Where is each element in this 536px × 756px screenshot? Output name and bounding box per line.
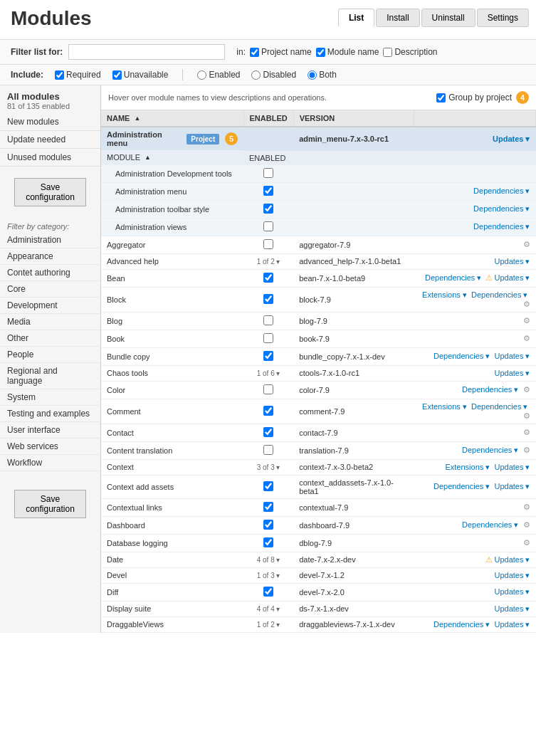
sidebar-item-update-needed[interactable]: Update needed [0,131,100,149]
module-enabled[interactable]: 4 of 4 ▾ [243,601,293,616]
module-actions[interactable]: Dependencies ▾ ⚠Updates ▾ [414,269,536,287]
filter-description[interactable]: Description [383,47,437,57]
inner-module-enabled-1[interactable] [243,182,293,200]
filter-input[interactable] [68,44,225,60]
module-enabled[interactable] [243,516,293,534]
include-enabled-radio[interactable] [197,70,206,80]
inner-module-enabled-2[interactable] [243,200,293,218]
module-actions[interactable]: Updates ▾ [414,583,536,601]
inner-module-actions-2[interactable]: Dependencies ▾ [293,200,535,218]
module-actions[interactable]: Dependencies ▾ Updates ▾ [414,616,536,632]
module-actions[interactable]: Extensions ▾ Dependencies ▾ ⚙ [414,287,536,312]
include-required-check[interactable] [55,70,64,80]
inner-module-actions-3[interactable]: Dependencies ▾ [293,218,535,236]
module-enabled[interactable] [243,236,293,253]
module-enabled[interactable] [243,287,293,312]
module-actions[interactable]: ⚙ [414,312,536,330]
module-actions[interactable]: Dependencies ▾ Updates ▾ [414,347,536,365]
tab-uninstall[interactable]: Uninstall [421,9,475,27]
module-actions[interactable]: ⚙ [414,330,536,347]
sidebar-category-other[interactable]: Other [0,330,100,347]
sidebar-category-web-services[interactable]: Web services [0,439,100,455]
group-by-project-check[interactable] [436,93,446,103]
module-enabled[interactable] [243,312,293,330]
module-actions[interactable]: ⚙ [414,236,536,253]
inner-module-name-1: Administration menu [101,182,243,200]
sidebar-category-people[interactable]: People [0,347,100,363]
module-enabled[interactable] [243,424,293,441]
module-actions[interactable]: Extensions ▾ Updates ▾ [414,459,536,475]
module-enabled[interactable] [243,441,293,459]
table-row: Contact contact-7.9 ⚙ [101,424,536,441]
include-disabled-radio[interactable] [251,70,261,80]
filter-module-name-check[interactable] [316,48,325,57]
module-enabled[interactable]: 1 of 3 ▾ [243,567,293,583]
sidebar-category-workflow[interactable]: Workflow [0,455,100,471]
include-both[interactable]: Both [308,70,337,80]
inner-module-enabled-3[interactable] [243,218,293,236]
filter-module-name[interactable]: Module name [316,47,379,57]
module-actions[interactable]: ⚠Updates ▾ [414,552,536,567]
group-by-project[interactable]: Group by project [436,93,512,103]
sidebar-category-administration[interactable]: Administration [0,232,100,248]
module-enabled[interactable] [243,498,293,516]
module-actions[interactable]: Dependencies ▾ Updates ▾ [414,475,536,498]
module-actions[interactable]: ⚙ [414,534,536,552]
tab-list[interactable]: List [338,9,374,27]
module-enabled[interactable]: 4 of 8 ▾ [243,552,293,567]
sidebar-category-content-authoring[interactable]: Contet authoring [0,265,100,281]
filter-project-name-check[interactable] [250,48,259,57]
module-actions[interactable]: Updates ▾ [414,365,536,381]
filter-project-name[interactable]: Project name [250,47,312,57]
sidebar-category-regional-language[interactable]: Regional and language [0,363,100,389]
sidebar-category-development[interactable]: Development [0,298,100,314]
module-actions[interactable]: Updates ▾ [414,253,536,269]
module-actions[interactable]: ⚙ [414,424,536,441]
tab-settings[interactable]: Settings [477,9,529,27]
group-row-action[interactable]: Updates ▾ [414,127,536,151]
module-enabled[interactable] [243,381,293,399]
module-enabled[interactable]: 1 of 6 ▾ [243,365,293,381]
save-config-button-bottom[interactable]: Save configuration [14,490,86,518]
module-enabled[interactable]: 1 of 2 ▾ [243,253,293,269]
include-unavailable[interactable]: Unavailable [112,70,169,80]
module-enabled[interactable] [243,583,293,601]
sidebar-category-testing-examples[interactable]: Testing and examples [0,406,100,422]
module-enabled[interactable] [243,475,293,498]
sidebar-all-modules[interactable]: All modules 81 of 135 enabled [0,85,100,113]
tab-install[interactable]: Install [376,9,419,27]
project-badge[interactable]: Project [186,134,219,145]
sidebar-item-new-modules[interactable]: New modules [0,113,100,131]
sidebar-category-media[interactable]: Media [0,314,100,330]
filter-description-check[interactable] [383,48,392,57]
module-actions[interactable]: Dependencies ▾ ⚙ [414,441,536,459]
save-config-button-top[interactable]: Save configuration [14,178,86,206]
module-enabled[interactable]: 3 of 3 ▾ [243,459,293,475]
table-row: Book book-7.9 ⚙ [101,330,536,347]
include-disabled[interactable]: Disabled [251,70,296,80]
module-enabled[interactable] [243,399,293,424]
module-enabled[interactable]: 1 of 2 ▾ [243,616,293,632]
sidebar-item-unused-modules[interactable]: Unused modules [0,149,100,167]
module-actions[interactable]: Extensions ▾ Dependencies ▾ ⚙ [414,399,536,424]
include-enabled[interactable]: Enabled [197,70,240,80]
include-unavailable-check[interactable] [112,70,122,80]
sidebar-category-system[interactable]: System [0,389,100,406]
sidebar-category-appearance[interactable]: Appearance [0,248,100,265]
module-enabled[interactable] [243,534,293,552]
module-actions[interactable]: Dependencies ▾ ⚙ [414,516,536,534]
sidebar-category-user-interface[interactable]: User interface [0,422,100,439]
inner-module-actions-1[interactable]: Dependencies ▾ [293,182,535,200]
module-enabled[interactable] [243,347,293,365]
module-name: Advanced help [101,253,243,269]
module-actions[interactable]: Dependencies ▾ ⚙ [414,381,536,399]
sidebar-category-core[interactable]: Core [0,281,100,298]
inner-module-enabled-0[interactable] [243,164,293,182]
include-required[interactable]: Required [55,70,101,80]
module-actions[interactable]: Updates ▾ [414,601,536,616]
module-actions[interactable]: ⚙ [414,498,536,516]
module-enabled[interactable] [243,330,293,347]
module-actions[interactable]: Updates ▾ [414,567,536,583]
module-enabled[interactable] [243,269,293,287]
include-both-radio[interactable] [308,70,317,80]
